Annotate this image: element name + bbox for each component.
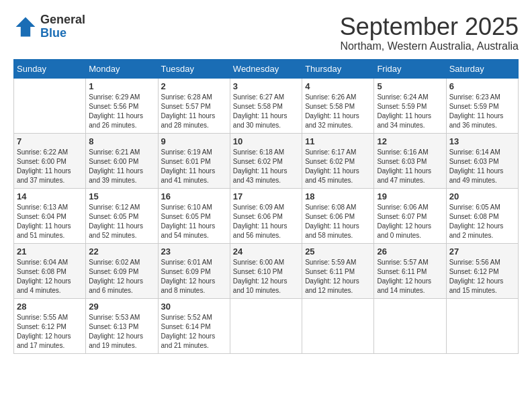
calendar-cell: 10Sunrise: 6:18 AM Sunset: 6:02 PM Dayli… [230, 133, 302, 188]
calendar-cell [446, 298, 518, 353]
day-info: Sunrise: 6:24 AM Sunset: 5:59 PM Dayligh… [377, 93, 443, 130]
day-info: Sunrise: 6:08 AM Sunset: 6:06 PM Dayligh… [305, 203, 371, 240]
month-title: September 2025 [340, 13, 519, 40]
calendar-cell: 8Sunrise: 6:21 AM Sunset: 6:00 PM Daylig… [86, 133, 158, 188]
day-number: 16 [161, 191, 227, 201]
day-number: 24 [233, 246, 299, 257]
calendar-cell: 24Sunrise: 6:00 AM Sunset: 6:10 PM Dayli… [230, 243, 302, 298]
calendar-header: SundayMondayTuesdayWednesdayThursdayFrid… [14, 59, 519, 78]
day-info: Sunrise: 5:59 AM Sunset: 6:11 PM Dayligh… [305, 258, 371, 295]
day-number: 9 [161, 136, 227, 146]
day-number: 23 [161, 246, 227, 257]
day-number: 2 [161, 81, 227, 91]
day-number: 13 [449, 136, 515, 146]
calendar-cell: 16Sunrise: 6:10 AM Sunset: 6:05 PM Dayli… [158, 188, 230, 243]
calendar-cell [14, 78, 86, 133]
day-info: Sunrise: 6:05 AM Sunset: 6:08 PM Dayligh… [449, 203, 515, 240]
logo-general: General [40, 13, 85, 27]
calendar-cell: 6Sunrise: 6:23 AM Sunset: 5:59 PM Daylig… [446, 78, 518, 133]
calendar-cell [374, 298, 446, 353]
day-number: 10 [233, 136, 299, 146]
calendar-cell: 27Sunrise: 5:56 AM Sunset: 6:12 PM Dayli… [446, 243, 518, 298]
day-info: Sunrise: 6:17 AM Sunset: 6:02 PM Dayligh… [305, 148, 371, 185]
title-block: September 2025 Northam, Western Australi… [340, 13, 519, 52]
day-number: 25 [305, 246, 371, 257]
logo: General Blue [13, 13, 85, 40]
calendar-week: 1Sunrise: 6:29 AM Sunset: 5:56 PM Daylig… [14, 78, 519, 133]
calendar-cell: 22Sunrise: 6:02 AM Sunset: 6:09 PM Dayli… [86, 243, 158, 298]
day-number: 15 [89, 191, 154, 201]
calendar-cell: 15Sunrise: 6:12 AM Sunset: 6:05 PM Dayli… [86, 188, 158, 243]
header-day: Monday [86, 59, 158, 78]
calendar-cell: 17Sunrise: 6:09 AM Sunset: 6:06 PM Dayli… [230, 188, 302, 243]
calendar-cell: 7Sunrise: 6:22 AM Sunset: 6:00 PM Daylig… [14, 133, 86, 188]
day-number: 29 [89, 302, 154, 312]
day-info: Sunrise: 6:02 AM Sunset: 6:09 PM Dayligh… [89, 258, 154, 295]
calendar-cell: 19Sunrise: 6:06 AM Sunset: 6:07 PM Dayli… [374, 188, 446, 243]
day-info: Sunrise: 5:57 AM Sunset: 6:11 PM Dayligh… [377, 258, 443, 295]
calendar-cell: 29Sunrise: 5:53 AM Sunset: 6:13 PM Dayli… [86, 298, 158, 353]
calendar-cell: 2Sunrise: 6:28 AM Sunset: 5:57 PM Daylig… [158, 78, 230, 133]
day-number: 12 [377, 136, 443, 146]
calendar-cell: 9Sunrise: 6:19 AM Sunset: 6:01 PM Daylig… [158, 133, 230, 188]
day-info: Sunrise: 6:06 AM Sunset: 6:07 PM Dayligh… [377, 203, 443, 240]
day-info: Sunrise: 6:23 AM Sunset: 5:59 PM Dayligh… [449, 93, 515, 130]
calendar-cell: 4Sunrise: 6:26 AM Sunset: 5:58 PM Daylig… [302, 78, 374, 133]
day-number: 27 [449, 246, 515, 257]
logo-text: General Blue [40, 13, 85, 40]
day-number: 3 [233, 81, 299, 91]
calendar-cell: 20Sunrise: 6:05 AM Sunset: 6:08 PM Dayli… [446, 188, 518, 243]
day-info: Sunrise: 6:22 AM Sunset: 6:00 PM Dayligh… [17, 148, 83, 185]
calendar-week: 21Sunrise: 6:04 AM Sunset: 6:08 PM Dayli… [14, 243, 519, 298]
calendar-cell: 1Sunrise: 6:29 AM Sunset: 5:56 PM Daylig… [86, 78, 158, 133]
header-day: Tuesday [158, 59, 230, 78]
day-info: Sunrise: 5:56 AM Sunset: 6:12 PM Dayligh… [449, 258, 515, 295]
calendar-cell [230, 298, 302, 353]
day-number: 30 [161, 302, 227, 312]
day-number: 14 [17, 191, 83, 201]
day-info: Sunrise: 6:28 AM Sunset: 5:57 PM Dayligh… [161, 93, 227, 130]
day-info: Sunrise: 6:19 AM Sunset: 6:01 PM Dayligh… [161, 148, 227, 185]
calendar-cell [302, 298, 374, 353]
day-info: Sunrise: 6:29 AM Sunset: 5:56 PM Dayligh… [89, 93, 154, 130]
day-info: Sunrise: 6:00 AM Sunset: 6:10 PM Dayligh… [233, 258, 299, 295]
day-number: 20 [449, 191, 515, 201]
day-number: 5 [377, 81, 443, 91]
calendar-week: 14Sunrise: 6:13 AM Sunset: 6:04 PM Dayli… [14, 188, 519, 243]
header-day: Friday [374, 59, 446, 78]
calendar-body: 1Sunrise: 6:29 AM Sunset: 5:56 PM Daylig… [14, 78, 519, 353]
day-number: 28 [17, 302, 83, 312]
calendar-cell: 14Sunrise: 6:13 AM Sunset: 6:04 PM Dayli… [14, 188, 86, 243]
calendar-week: 28Sunrise: 5:55 AM Sunset: 6:12 PM Dayli… [14, 298, 519, 353]
calendar-cell: 18Sunrise: 6:08 AM Sunset: 6:06 PM Dayli… [302, 188, 374, 243]
day-number: 8 [89, 136, 154, 146]
day-info: Sunrise: 6:01 AM Sunset: 6:09 PM Dayligh… [161, 258, 227, 295]
calendar-week: 7Sunrise: 6:22 AM Sunset: 6:00 PM Daylig… [14, 133, 519, 188]
header-day: Wednesday [230, 59, 302, 78]
calendar-cell: 12Sunrise: 6:16 AM Sunset: 6:03 PM Dayli… [374, 133, 446, 188]
svg-marker-0 [16, 17, 36, 36]
day-number: 22 [89, 246, 154, 257]
header-day: Sunday [14, 59, 86, 78]
day-info: Sunrise: 6:04 AM Sunset: 6:08 PM Dayligh… [17, 258, 83, 295]
day-info: Sunrise: 6:26 AM Sunset: 5:58 PM Dayligh… [305, 93, 371, 130]
day-number: 6 [449, 81, 515, 91]
day-info: Sunrise: 6:16 AM Sunset: 6:03 PM Dayligh… [377, 148, 443, 185]
day-number: 17 [233, 191, 299, 201]
calendar-cell: 28Sunrise: 5:55 AM Sunset: 6:12 PM Dayli… [14, 298, 86, 353]
calendar-cell: 3Sunrise: 6:27 AM Sunset: 5:58 PM Daylig… [230, 78, 302, 133]
day-info: Sunrise: 6:12 AM Sunset: 6:05 PM Dayligh… [89, 203, 154, 240]
calendar-table: SundayMondayTuesdayWednesdayThursdayFrid… [13, 59, 519, 354]
header-day: Saturday [446, 59, 518, 78]
day-info: Sunrise: 6:09 AM Sunset: 6:06 PM Dayligh… [233, 203, 299, 240]
logo-blue: Blue [40, 27, 85, 40]
day-number: 7 [17, 136, 83, 146]
day-number: 26 [377, 246, 443, 257]
calendar-cell: 25Sunrise: 5:59 AM Sunset: 6:11 PM Dayli… [302, 243, 374, 298]
calendar-cell: 5Sunrise: 6:24 AM Sunset: 5:59 PM Daylig… [374, 78, 446, 133]
calendar-cell: 30Sunrise: 5:52 AM Sunset: 6:14 PM Dayli… [158, 298, 230, 353]
day-number: 18 [305, 191, 371, 201]
calendar-cell: 13Sunrise: 6:14 AM Sunset: 6:03 PM Dayli… [446, 133, 518, 188]
day-number: 1 [89, 81, 154, 91]
calendar-cell: 11Sunrise: 6:17 AM Sunset: 6:02 PM Dayli… [302, 133, 374, 188]
